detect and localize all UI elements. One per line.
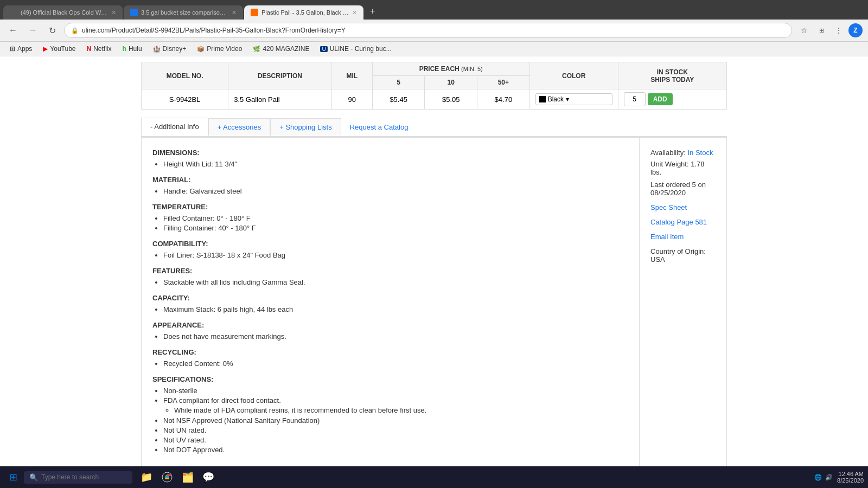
tab1-title: (49) Official Black Ops Cold War... — [21, 9, 108, 16]
product-info-section: DIMENSIONS: Height With Lid: 11 3/4" MAT… — [141, 137, 727, 473]
temperature-item-0: Filled Container: 0° - 180° F — [163, 214, 628, 222]
price-each-label: PRICE EACH — [419, 65, 459, 73]
email-item-link[interactable]: Email Item — [650, 233, 716, 241]
clock-time: 12:46 AM — [837, 471, 864, 477]
taskbar-app-chrome[interactable] — [157, 467, 177, 487]
product-table-section: MODEL NO. DESCRIPTION MIL PRICE EACH (MI… — [141, 62, 727, 110]
bookmark-420[interactable]: 🌿 420 MAGAZINE — [248, 43, 314, 54]
windows-icon: ⊞ — [9, 471, 17, 483]
catalog-page-link[interactable]: Catalog Page 581 — [650, 218, 716, 226]
tab3-close[interactable]: ✕ — [352, 9, 357, 16]
address-bar[interactable]: 🔒 uline.com/Product/Detail/S-9942BL/Pail… — [64, 23, 792, 38]
price10-cell: $5.05 — [425, 89, 477, 110]
dropdown-chevron-icon: ▾ — [566, 95, 569, 103]
material-list: Handle: Galvanized steel — [163, 187, 628, 195]
folder-icon: 🗂️ — [182, 471, 194, 483]
spec-item-2: Not NSF Approved (National Sanitary Foun… — [163, 416, 628, 425]
taskbar-search-input[interactable] — [41, 473, 117, 481]
systray: 🌐 🔊 — [814, 474, 833, 481]
tab-accessories[interactable]: + Accessories — [208, 118, 271, 136]
bookmark-prime[interactable]: 📦 Prime Video — [193, 43, 246, 54]
tab-2[interactable]: 3.5 gal bucket size comparison -... ✕ — [124, 5, 243, 20]
bookmark-star-button[interactable]: ☆ — [796, 23, 812, 38]
network-icon: 🌐 — [814, 474, 822, 481]
availability-status-link[interactable]: In Stock — [687, 149, 713, 157]
recycling-header: RECYCLING: — [152, 348, 628, 356]
country-origin-text: Country of Origin: USA — [650, 247, 716, 264]
country-value: USA — [650, 255, 665, 264]
forward-button[interactable]: → — [25, 23, 40, 38]
more-menu-button[interactable]: ⋮ — [831, 23, 846, 38]
bookmark-disney[interactable]: 🏰 Disney+ — [149, 43, 191, 54]
price-header: PRICE EACH (MIN. 5) — [372, 62, 529, 76]
tab-1[interactable]: (49) Official Black Ops Cold War... ✕ — [3, 5, 123, 20]
taskbar-clock: 12:46 AM 8/25/2020 — [837, 471, 864, 484]
temperature-list: Filled Container: 0° - 180° F Filling Co… — [163, 214, 628, 232]
taskbar-search-icon: 🔍 — [29, 473, 38, 481]
spec-sub-item-0: While made of FDA compliant resins, it i… — [174, 406, 628, 414]
bookmark-apps[interactable]: ⊞ Apps — [5, 43, 36, 54]
appearance-item-0: Does not have measurement markings. — [163, 332, 628, 341]
tab-shopping-lists[interactable]: + Shopping Lists — [270, 118, 341, 136]
capacity-header: CAPACITY: — [152, 294, 628, 302]
color-cell[interactable]: Black ▾ — [529, 89, 618, 110]
profile-button[interactable]: Z — [848, 23, 863, 37]
material-item-0: Handle: Galvanized steel — [163, 187, 628, 195]
capacity-item-0: Maximum Stack: 6 pails high, 44 lbs each — [163, 305, 628, 313]
new-tab-button[interactable]: + — [365, 3, 380, 20]
tab2-close[interactable]: ✕ — [232, 9, 237, 16]
compatibility-list: Foil Liner: S-18138- 18 x 24" Food Bag — [163, 251, 628, 259]
add-to-cart-button[interactable]: ADD — [648, 93, 673, 105]
tab-3[interactable]: Plastic Pail - 3.5 Gallon, Black S-5... … — [244, 5, 363, 20]
dimensions-header: DIMENSIONS: — [152, 149, 628, 157]
disney-icon: 🏰 — [153, 46, 161, 53]
tab-additional-info[interactable]: - Additional Info — [141, 118, 208, 136]
color-value: Black — [548, 95, 564, 103]
qty5-header: 5 — [372, 76, 425, 89]
netflix-icon: N — [87, 45, 92, 53]
compatibility-item-0: Foil Liner: S-18138- 18 x 24" Food Bag — [163, 251, 628, 259]
color-swatch — [539, 96, 546, 102]
tab2-title: 3.5 gal bucket size comparison -... — [141, 9, 228, 16]
nav-right: ☆ ⊞ ⋮ Z — [796, 23, 863, 38]
tab-catalog[interactable]: Request a Catalog — [341, 119, 417, 136]
recycling-list: Recycled Content: 0% — [163, 359, 628, 368]
quantity-input[interactable] — [624, 92, 646, 106]
tabs-row: - Additional Info + Accessories + Shoppi… — [141, 118, 727, 137]
taskbar-search-bar[interactable]: 🔍 — [24, 471, 132, 484]
appearance-list: Does not have measurement markings. — [163, 332, 628, 341]
reload-button[interactable]: ↻ — [44, 23, 60, 38]
taskbar-app-fileexplorer[interactable]: 📁 — [137, 467, 156, 487]
taskbar-app-unknown[interactable]: 💬 — [199, 467, 218, 487]
clock-date: 8/25/2020 — [837, 477, 864, 484]
bookmark-youtube[interactable]: ▶ YouTube — [39, 43, 80, 54]
bookmark-uline[interactable]: U ULINE - Curing buc... — [316, 43, 395, 54]
compatibility-header: COMPATIBILITY: — [152, 240, 628, 248]
back-button[interactable]: ← — [5, 23, 21, 38]
browser-chrome: (49) Official Black Ops Cold War... ✕ 3.… — [0, 0, 868, 56]
page-content: MODEL NO. DESCRIPTION MIL PRICE EACH (MI… — [0, 56, 868, 488]
tab3-title: Plastic Pail - 3.5 Gallon, Black S-5... — [261, 9, 349, 16]
spec-sub-list: While made of FDA compliant resins, it i… — [174, 406, 628, 414]
color-select[interactable]: Black ▾ — [535, 93, 612, 105]
tab1-favicon — [10, 9, 17, 16]
availability-text: Availability: In Stock — [650, 149, 716, 157]
unit-weight-text: Unit Weight: 1.78 lbs. — [650, 160, 716, 176]
features-list: Stackable with all lids including Gamma … — [163, 278, 628, 286]
bookmark-hulu[interactable]: h Hulu — [118, 43, 146, 54]
tab-search-button[interactable]: ⊞ — [814, 23, 829, 38]
shopping-lists-label: + Shopping Lists — [279, 123, 331, 131]
start-button[interactable]: ⊞ — [4, 468, 22, 486]
bookmark-prime-label: Prime Video — [207, 45, 242, 53]
price-min-label: (MIN. 5) — [461, 66, 483, 72]
bookmarks-bar: ⊞ Apps ▶ YouTube N Netflix h Hulu 🏰 Disn… — [0, 42, 868, 56]
bookmark-netflix[interactable]: N Netflix — [82, 43, 116, 54]
hulu-icon: h — [123, 45, 126, 53]
taskbar-apps: 📁 🗂️ 💬 — [137, 467, 218, 487]
additional-info-label: - Additional Info — [150, 123, 199, 131]
tab1-close[interactable]: ✕ — [111, 9, 116, 16]
taskbar-app-folder[interactable]: 🗂️ — [178, 467, 197, 487]
appearance-header: APPEARANCE: — [152, 321, 628, 329]
spec-sheet-link[interactable]: Spec Sheet — [650, 203, 716, 211]
model-cell: S-9942BL — [142, 89, 228, 110]
